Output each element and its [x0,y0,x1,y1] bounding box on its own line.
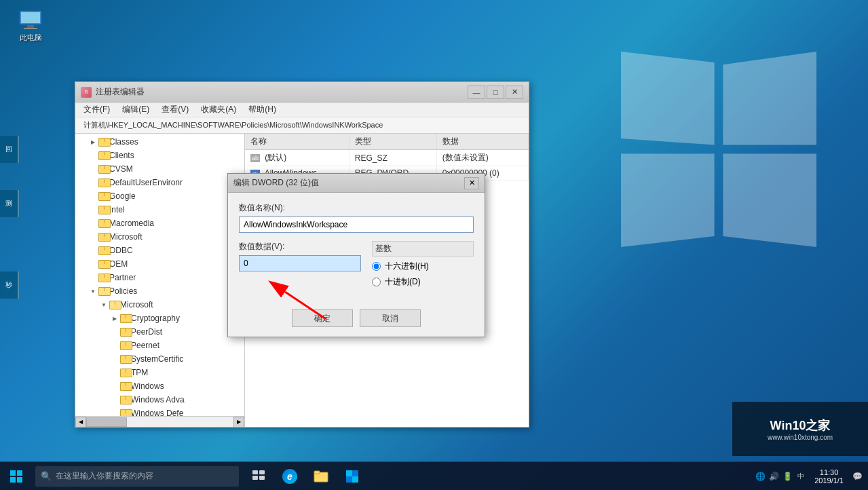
value-input[interactable] [239,255,361,271]
dialog-body: 数值名称(N): 数值数据(V): 基数 十六进制(H) 十进制(D) [228,193,485,337]
regedit-icon: R [81,87,92,98]
computer-icon [17,10,44,31]
menu-view[interactable]: 查看(V) [156,102,194,117]
task-view-icon [252,470,265,483]
svg-rect-15 [314,471,320,474]
tree-item-macromedia[interactable]: ▶ Macromedia [75,216,244,230]
menu-file[interactable]: 文件(F) [78,102,115,117]
tree-item-peernet[interactable]: ▶ Peernet [75,339,244,352]
tree-item-policies[interactable]: ▼ Policies [75,284,244,298]
tree-item-windows[interactable]: ▶ Windows [75,379,244,393]
watermark-subtitle: www.win10xtong.com [768,434,833,441]
tree-item-cryptography[interactable]: ▶ Cryptography [75,312,244,325]
col-data[interactable]: 数据 [436,134,528,150]
taskbar-edge[interactable]: e [276,462,304,491]
tree-item-cvsm[interactable]: ▶ CVSM [75,162,244,176]
hex-radio[interactable] [372,262,381,271]
menu-edit[interactable]: 编辑(E) [117,102,155,117]
cancel-button[interactable]: 取消 [360,309,421,327]
base-title: 基数 [372,241,474,257]
table-row[interactable]: ab (默认) REG_SZ (数值未设置) [245,150,529,166]
hex-radio-row: 十六进制(H) [372,261,474,272]
svg-rect-1 [21,12,40,23]
tree-item-text: Cryptography [131,314,180,323]
folder-icon [98,206,109,214]
cell-data: (数值未设置) [436,150,528,166]
ok-button[interactable]: 确定 [292,309,353,327]
tray-input-icon[interactable]: 中 [795,471,806,482]
folder-icon [98,165,109,174]
svg-rect-11 [259,470,265,474]
taskbar-search[interactable]: 🔍 在这里输入你要搜索的内容 [35,466,239,487]
tree-item-google[interactable]: ▶ Google [75,189,244,203]
taskbar-explorer[interactable] [307,462,335,491]
tree-item-defaultuser[interactable]: ▶ DefaultUserEnvironr [75,176,244,189]
tree-item-partner[interactable]: ▶ Partner [75,271,244,284]
value-section: 数值数据(V): [239,241,361,271]
tree-item-text: Intel [109,205,125,214]
store-icon [345,469,360,484]
tree-item-tpm[interactable]: ▶ TPM [75,366,244,379]
folder-open-icon [109,301,120,309]
col-type[interactable]: 类型 [349,134,436,150]
folder-icon [98,246,109,255]
minimize-button[interactable]: — [468,86,485,99]
tree-item-classes[interactable]: ▶ Classes [75,135,244,149]
title-bar: R 注册表编辑器 — □ ✕ [75,82,529,102]
folder-open-icon [98,287,109,296]
start-button[interactable] [0,462,33,491]
notification-icon[interactable]: 💬 [852,471,863,482]
tree-item-windows-adva[interactable]: ▶ Windows Adva [75,393,244,407]
watermark-title: Win10之家 [770,417,831,434]
hex-label: 十六进制(H) [385,261,429,272]
tray-battery-icon[interactable]: 🔋 [782,471,793,482]
scroll-track[interactable] [86,417,233,427]
tree-item-oem[interactable]: ▶ OEM [75,257,244,271]
tree-item-peerdist[interactable]: ▶ PeerDist [75,325,244,339]
folder-icon [98,138,109,147]
tree-item-policies-microsoft[interactable]: ▼ Microsoft [75,298,244,312]
tree-item-text: Policies [109,286,137,296]
menu-help[interactable]: 帮助(H) [243,102,282,117]
name-input[interactable] [239,216,474,233]
folder-icon [120,369,131,377]
tree-item-microsoft[interactable]: ▶ Microsoft [75,230,244,244]
desktop-icon-computer[interactable]: 此电脑 [7,7,54,45]
edge-icon: e [282,469,297,484]
tree-panel[interactable]: ▶ Classes ▶ Clients ▶ CVSM ▶ Def [75,134,245,427]
tree-item-intel[interactable]: ▶ Intel [75,203,244,216]
tray-volume-icon[interactable]: 🔊 [768,471,779,482]
tree-item-odbc[interactable]: ▶ ODBC [75,244,244,257]
menu-favorites[interactable]: 收藏夹(A) [195,102,242,117]
address-path: 计算机\HKEY_LOCAL_MACHINE\SOFTWARE\Policies… [83,120,383,130]
close-button[interactable]: ✕ [506,86,523,99]
base-section: 基数 十六进制(H) 十进制(D) [372,241,474,292]
scroll-thumb[interactable] [86,417,127,427]
maximize-button[interactable]: □ [487,86,504,99]
cell-type: REG_SZ [349,150,436,166]
dialog-close-button[interactable]: ✕ [464,177,479,189]
dec-radio-row: 十进制(D) [372,276,474,288]
tree-h-scrollbar[interactable]: ◀ ▶ [75,416,244,427]
tray-network-icon[interactable]: 🌐 [755,471,766,482]
svg-rect-17 [352,470,358,476]
scroll-right-btn[interactable]: ▶ [233,417,244,428]
taskbar-store[interactable] [338,462,366,491]
desktop: 此电脑 回 测 秒 R 注册表编辑器 — □ [0,0,868,490]
tree-item-text: Partner [109,273,136,282]
tree-item-systemcertif[interactable]: ▶ SystemCertific [75,352,244,366]
tree-item-clients[interactable]: ▶ Clients [75,149,244,162]
folder-icon [120,341,131,350]
search-placeholder: 在这里输入你要搜索的内容 [56,470,153,482]
tree-item-text: Windows Adva [131,395,185,404]
folder-icon [98,219,109,228]
taskbar-task-view[interactable] [244,462,273,491]
scroll-left-btn[interactable]: ◀ [75,417,86,428]
tree-item-text: Classes [109,137,138,147]
value-base-row: 数值数据(V): 基数 十六进制(H) 十进制(D) [239,241,474,292]
tree-item-text: Macromedia [109,219,154,228]
dec-radio[interactable] [372,278,381,286]
system-clock[interactable]: 11:30 2019/1/1 [812,468,846,485]
col-name[interactable]: 名称 [245,134,349,150]
windows-logo-icon [10,470,22,483]
